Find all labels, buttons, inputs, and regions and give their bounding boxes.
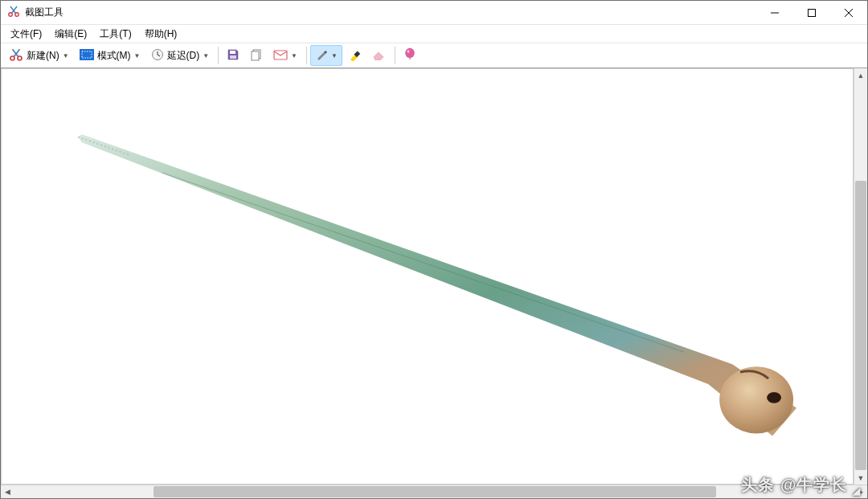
snip-canvas[interactable] <box>1 68 854 485</box>
menu-edit[interactable]: 编辑(E) <box>48 26 93 43</box>
save-icon <box>227 48 240 63</box>
scroll-thumb[interactable] <box>855 181 866 470</box>
scroll-down-icon[interactable]: ▼ <box>854 471 867 485</box>
clock-icon <box>151 48 164 63</box>
scissors-icon <box>9 47 23 64</box>
mode-button[interactable]: 模式(M) ▼ <box>75 45 145 66</box>
delay-button[interactable]: 延迟(D) ▼ <box>146 45 215 66</box>
copy-button[interactable] <box>245 45 268 66</box>
separator <box>306 47 307 64</box>
chevron-down-icon: ▼ <box>203 52 209 59</box>
balloon-icon <box>403 47 416 64</box>
new-snip-label: 新建(N) <box>27 49 59 63</box>
scroll-up-icon[interactable]: ▲ <box>854 68 867 82</box>
close-button[interactable] <box>830 1 867 25</box>
new-snip-button[interactable]: 新建(N) ▼ <box>4 45 74 66</box>
canvas-area: ▲ ▼ ◀ ▶ 头条 @牛学长 ◢ <box>1 68 867 498</box>
svg-rect-9 <box>230 55 236 59</box>
titlebar: 截图工具 <box>1 1 867 25</box>
svg-rect-11 <box>252 51 259 60</box>
highlighter-button[interactable] <box>343 45 366 66</box>
toolbar: 新建(N) ▼ 模式(M) ▼ 延迟(D) ▼ <box>1 43 867 68</box>
svg-rect-8 <box>230 51 235 54</box>
horizontal-scrollbar[interactable]: ◀ ▶ <box>1 485 867 498</box>
maximize-button[interactable] <box>793 1 830 25</box>
vertical-scrollbar[interactable]: ▲ ▼ <box>854 68 867 485</box>
highlighter-icon <box>348 48 361 63</box>
separator <box>218 47 219 64</box>
scroll-right-icon[interactable]: ▶ <box>854 485 867 498</box>
eraser-button[interactable] <box>366 45 391 66</box>
scroll-left-icon[interactable]: ◀ <box>1 485 14 498</box>
chevron-down-icon: ▼ <box>134 52 141 59</box>
separator <box>395 47 395 64</box>
paint3d-button[interactable] <box>399 45 421 66</box>
menubar: 文件(F) 编辑(E) 工具(T) 帮助(H) <box>1 25 867 43</box>
eraser-icon <box>371 49 386 63</box>
pen-icon <box>315 48 328 63</box>
copy-icon <box>250 48 263 63</box>
svg-point-18 <box>719 366 793 433</box>
minimize-button[interactable] <box>756 1 793 25</box>
envelope-icon <box>273 49 288 63</box>
svg-point-15 <box>407 50 409 53</box>
rectangle-mode-icon <box>80 49 94 63</box>
svg-point-19 <box>767 392 781 403</box>
send-button[interactable]: ▼ <box>268 45 302 66</box>
mode-label: 模式(M) <box>97 49 131 63</box>
window-title: 截图工具 <box>25 6 63 19</box>
scroll-thumb[interactable] <box>154 486 716 497</box>
menu-help[interactable]: 帮助(H) <box>138 26 184 43</box>
menu-file[interactable]: 文件(F) <box>4 26 48 43</box>
chevron-down-icon: ▼ <box>291 52 297 59</box>
pen-button[interactable]: ▼ <box>310 45 342 66</box>
menu-tools[interactable]: 工具(T) <box>93 26 137 43</box>
scissors-icon <box>7 5 20 20</box>
chevron-down-icon: ▼ <box>331 52 338 59</box>
delay-label: 延迟(D) <box>167 49 200 63</box>
svg-rect-2 <box>809 9 816 16</box>
snip-content <box>2 69 853 484</box>
save-button[interactable] <box>222 45 244 66</box>
app-window: 截图工具 文件(F) 编辑(E) 工具(T) 帮助(H) 新建( <box>0 0 868 499</box>
chevron-down-icon: ▼ <box>63 52 69 59</box>
svg-marker-17 <box>78 134 796 436</box>
